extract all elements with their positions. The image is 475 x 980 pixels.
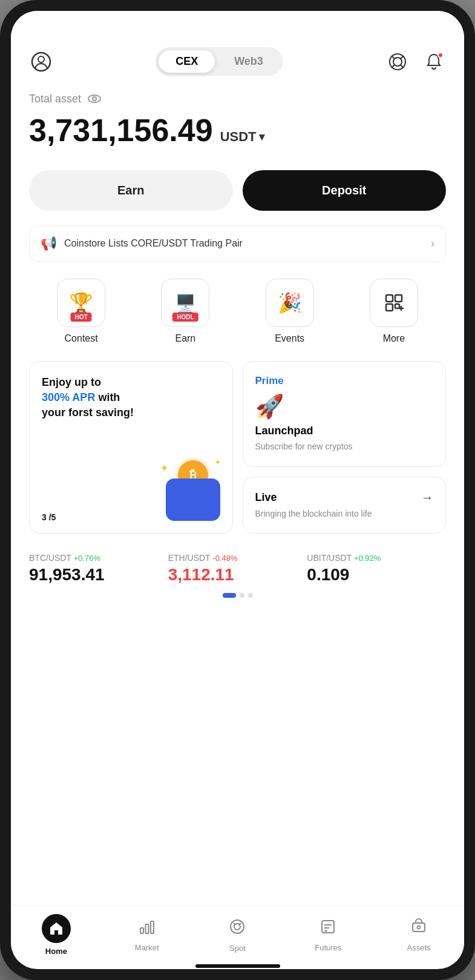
events-icon-box: 🎉 — [266, 279, 314, 327]
svg-rect-10 — [386, 295, 393, 302]
svg-rect-18 — [151, 921, 154, 933]
live-arrow-icon: → — [421, 491, 433, 505]
main-content: Total asset 3,731,156.49 USDT ▾ Earn — [11, 85, 464, 905]
deposit-button[interactable]: Deposit — [243, 170, 447, 211]
futures-label: Futures — [315, 943, 341, 952]
currency-dropdown-icon: ▾ — [259, 130, 264, 144]
menu-item-more[interactable]: More — [342, 279, 446, 344]
total-asset-label: Total asset — [29, 91, 446, 106]
status-bar — [11, 11, 464, 41]
ubit-price: 0.109 — [307, 565, 446, 584]
support-button[interactable] — [385, 50, 410, 74]
ticker-pagination — [29, 593, 446, 598]
earn-menu-label: Earn — [175, 333, 195, 344]
phone-screen: CEX Web3 — [11, 11, 464, 969]
total-asset-section: Total asset 3,731,156.49 USDT ▾ — [29, 85, 446, 161]
nav-spot[interactable]: Spot — [216, 918, 258, 953]
web3-tab[interactable]: Web3 — [217, 50, 280, 73]
svg-rect-11 — [395, 295, 402, 302]
svg-rect-17 — [145, 924, 148, 933]
announcement-arrow-icon: › — [431, 237, 434, 250]
eth-price: 3,112.11 — [168, 565, 307, 584]
dot-3 — [248, 593, 253, 598]
dot-1 — [223, 593, 236, 598]
menu-item-contest[interactable]: 🏆 HOT Contest — [29, 279, 133, 344]
announcement-icon: 📢 — [41, 236, 57, 251]
asset-currency[interactable]: USDT ▾ — [220, 129, 264, 145]
events-icon: 🎉 — [278, 291, 302, 314]
earn-icon-box: 🖥️ HODL — [161, 279, 209, 327]
apr-highlight: 300% APR — [42, 391, 95, 403]
savings-card[interactable]: Enjoy up to 300% APR with your forst sav… — [29, 361, 233, 534]
market-icon — [139, 918, 156, 939]
eye-icon[interactable] — [87, 91, 102, 106]
rocket-icon: 🚀 — [255, 393, 284, 420]
live-title: Live — [255, 491, 277, 504]
quick-menu: 🏆 HOT Contest 🖥️ HODL Earn 🎉 — [29, 279, 446, 344]
hodl-badge: HODL — [172, 313, 198, 322]
svg-rect-16 — [140, 928, 143, 933]
svg-line-7 — [401, 65, 404, 68]
notification-dot — [437, 52, 444, 58]
profile-button[interactable] — [29, 50, 53, 74]
eth-pair: ETH/USDT -0.48% — [168, 553, 307, 563]
contest-label: Contest — [65, 333, 98, 344]
wallet-body — [166, 478, 220, 521]
page-indicator: 3 /5 — [42, 512, 56, 522]
top-nav: CEX Web3 — [11, 41, 464, 85]
live-header: Live → — [255, 491, 434, 505]
nav-home[interactable]: Home — [35, 914, 77, 956]
svg-rect-13 — [395, 304, 399, 308]
prime-card[interactable]: Prime 🚀 Launchpad Subscribe for new cryp… — [243, 361, 447, 467]
svg-line-5 — [401, 56, 404, 59]
grid-icon — [383, 292, 405, 314]
menu-item-earn[interactable]: 🖥️ HODL Earn — [133, 279, 237, 344]
launchpad-desc: Subscribe for new cryptos — [255, 441, 353, 453]
live-card[interactable]: Live → Bringing the blockchain into life — [243, 477, 447, 534]
sparkle-icon-1: ✦ — [160, 462, 169, 475]
svg-line-4 — [391, 56, 395, 59]
nav-futures[interactable]: Futures — [307, 918, 349, 952]
bottom-nav: Home Market — [11, 905, 464, 962]
svg-point-19 — [231, 920, 244, 933]
events-label: Events — [275, 333, 304, 344]
spot-label: Spot — [229, 944, 246, 953]
nav-toggle: CEX Web3 — [156, 47, 283, 76]
home-indicator — [195, 964, 280, 968]
hot-badge: HOT — [71, 313, 92, 322]
dot-2 — [240, 593, 244, 598]
menu-item-events[interactable]: 🎉 Events — [238, 279, 342, 344]
market-label: Market — [135, 943, 159, 952]
ubit-pair: UBIT/USDT +0.92% — [307, 553, 446, 563]
home-label: Home — [45, 947, 67, 956]
notification-button[interactable] — [422, 50, 446, 74]
live-desc: Bringing the blockchain into life — [255, 508, 434, 520]
svg-rect-25 — [413, 923, 425, 932]
svg-point-8 — [88, 95, 100, 102]
btc-change: +0.76% — [74, 554, 100, 563]
trophy-icon: 🏆 — [69, 291, 93, 314]
nav-market[interactable]: Market — [126, 918, 168, 952]
ticker-eth[interactable]: ETH/USDT -0.48% 3,112.11 — [168, 551, 307, 587]
svg-point-26 — [418, 925, 421, 929]
wallet-illustration-container: ✦ ✦ ₿ — [160, 460, 226, 521]
spot-icon — [228, 918, 246, 940]
home-icon — [42, 914, 71, 943]
more-label: More — [383, 333, 405, 344]
earn-button[interactable]: Earn — [29, 170, 233, 211]
contest-icon-box: 🏆 HOT — [57, 279, 105, 327]
svg-rect-12 — [386, 304, 393, 311]
action-buttons: Earn Deposit — [29, 170, 446, 211]
launchpad-title: Launchpad — [255, 425, 313, 437]
svg-point-1 — [38, 56, 44, 62]
cards-grid: Enjoy up to 300% APR with your forst sav… — [29, 361, 446, 534]
nav-assets[interactable]: Assets — [398, 918, 440, 952]
svg-rect-21 — [322, 921, 334, 933]
asset-amount: 3,731,156.49 USDT ▾ — [29, 112, 446, 148]
announcement-bar[interactable]: 📢 Coinstore Lists CORE/USDT Trading Pair… — [29, 225, 446, 262]
ticker-ubit[interactable]: UBIT/USDT +0.92% 0.109 — [307, 551, 446, 587]
cex-tab[interactable]: CEX — [159, 50, 215, 73]
ticker-btc[interactable]: BTC/USDT +0.76% 91,953.41 — [29, 551, 168, 587]
market-tickers: BTC/USDT +0.76% 91,953.41 ETH/USDT -0.48… — [29, 551, 446, 587]
assets-label: Assets — [407, 943, 431, 952]
